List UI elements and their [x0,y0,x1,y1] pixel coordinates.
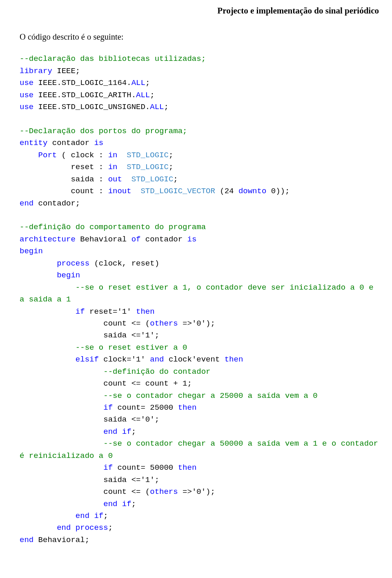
txt: count <= count + 1; [20,379,192,388]
kw-elsif: elsif [20,355,99,364]
txt: =>'0'); [178,487,215,496]
txt: contador [47,138,94,147]
txt [89,511,94,520]
page-header: Projecto e implementação do sinal periód… [20,4,379,18]
txt: ; [108,523,113,532]
kw-use: use [20,91,33,100]
kw-end: end [20,199,33,208]
kw-use: use [20,103,33,112]
txt: count= 50000 [113,463,178,472]
txt: ; [164,103,168,112]
kw-end: end [20,511,89,520]
kw-then: then [225,355,243,364]
comment-50000: --se o contador chegar a 50000 a saída v… [20,439,383,460]
kw-if: if [20,403,113,412]
comment-arch: --definição do comportamento do programa [20,223,206,232]
comment-defcnt: --definição do contador [20,367,210,376]
comment-ports: --Declaração dos portos do programa; [20,127,187,136]
txt [117,500,122,509]
txt: IEEE.STD_LOGIC_ARITH. [33,91,136,100]
txt: saida <='0'; [20,415,159,424]
kw-begin: begin [20,271,80,280]
txt: ; [131,427,136,436]
txt: ; [150,91,154,100]
txt: ; [145,78,150,87]
kw-is: is [94,138,103,147]
type-stdlogic: STD_LOGIC [122,175,173,184]
comment-reset1: --se o reset estiver a 1, o contador dev… [20,283,378,304]
txt: saida <='1'; [20,331,159,340]
kw-if: if [94,511,103,520]
txt: count <= ( [20,487,150,496]
kw-process: process [76,523,108,532]
kw-port: Port [20,151,57,160]
type-stdlogic: STD_LOGIC [117,151,168,160]
type-stdlogic: STD_LOGIC [117,163,168,172]
txt: saida : [20,175,108,184]
txt: Behavioral; [33,536,89,545]
txt: ; [169,151,173,160]
kw-if: if [20,463,113,472]
kw-process: process [20,259,89,268]
txt: clock='1' [99,355,150,364]
kw-in: in [108,151,118,160]
kw-end: end [20,500,117,509]
txt: reset='1' [85,307,136,316]
txt: contador [140,235,187,244]
kw-downto: downto [238,187,266,196]
txt: IEEE; [52,67,80,76]
txt: reset : [20,163,108,172]
kw-others: others [150,487,178,496]
kw-use: use [20,78,33,87]
kw-if: if [122,500,131,509]
txt [71,523,75,532]
txt: IEEE.STD_LOGIC_1164. [33,78,131,87]
kw-out: out [108,175,122,184]
kw-end: end [20,523,71,532]
txt: (clock, reset) [89,259,159,268]
comment-libs: --declaração das bibliotecas utilizadas; [20,54,206,63]
txt: (24 [215,187,238,196]
kw-library: library [20,67,52,76]
kw-if: if [122,427,131,436]
txt: ; [169,163,173,172]
kw-begin: begin [20,247,43,256]
txt: count= 25000 [113,403,178,412]
kw-then: then [178,463,197,472]
txt: count <= ( [20,319,150,328]
kw-if: if [20,307,85,316]
kw-others: others [150,319,178,328]
txt: Behavioral [76,235,131,244]
kw-end: end [20,427,117,436]
kw-entity: entity [20,138,47,147]
kw-inout: inout [108,187,131,196]
comment-25000: --se o contador chegar a 25000 a saída v… [20,391,318,400]
kw-architecture: architecture [20,235,76,244]
txt [117,427,122,436]
txt: contador; [33,199,80,208]
type-stdlogicvector: STD_LOGIC_VECTOR [131,187,215,196]
kw-then: then [178,403,197,412]
txt: saida <='1'; [20,475,159,484]
kw-all: ALL [150,103,164,112]
kw-then: then [136,307,155,316]
txt: clock'event [164,355,224,364]
txt: =>'0'); [178,319,215,328]
kw-all: ALL [131,78,145,87]
kw-in: in [108,163,118,172]
txt: ; [131,500,136,509]
kw-and: and [150,355,164,364]
txt: ; [173,175,178,184]
kw-all: ALL [136,91,150,100]
code-block: --declaração das bibliotecas utilizadas;… [20,53,379,546]
txt: ( clock : [57,151,108,160]
txt: ; [103,511,108,520]
comment-reset0: --se o reset estiver a 0 [20,343,187,352]
txt: IEEE.STD_LOGIC_UNSIGNED. [33,103,150,112]
intro-text: O código descrito é o seguinte: [20,31,379,44]
txt: 0)); [266,187,290,196]
kw-of: of [131,235,141,244]
kw-is: is [187,235,197,244]
kw-end: end [20,536,33,545]
txt: count : [20,187,108,196]
